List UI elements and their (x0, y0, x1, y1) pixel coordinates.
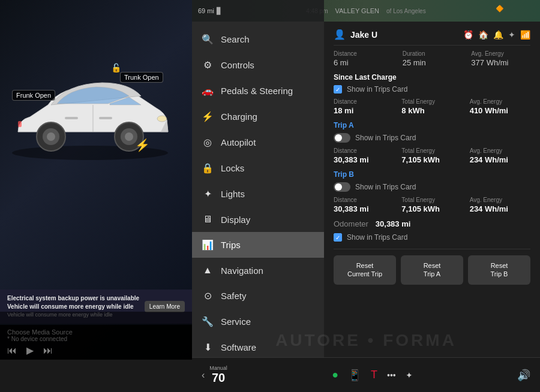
trip-a-toggle[interactable] (334, 133, 350, 143)
sidebar-item-autopilot[interactable]: ◎ Autopilot (192, 129, 324, 155)
spotify-icon[interactable]: ● (332, 369, 338, 381)
sidebar-item-trips[interactable]: 📊 Trips (192, 232, 324, 258)
trip-b-header: Trip B (334, 170, 530, 179)
trip-b-stats: Distance 30,383 mi Total Energy 7,105 kW… (334, 197, 530, 213)
sidebar-item-safety[interactable]: ⊙ Safety (192, 283, 324, 309)
svg-point-10 (157, 116, 167, 122)
tesla-t-icon[interactable]: T (371, 369, 377, 381)
phone-icon[interactable]: 📱 (348, 369, 361, 382)
trip-b-toggle[interactable] (334, 182, 350, 192)
current-energy: Avg. Energy 377 Wh/mi (471, 50, 530, 67)
charging-icon: ⚡ (135, 138, 150, 152)
bluetooth-taskbar-icon[interactable]: ✦ (406, 370, 413, 380)
media-bar: Choose Media Source * No device connecte… (0, 325, 192, 360)
sidebar-item-service[interactable]: 🔧 Service (192, 309, 324, 334)
action-buttons: ResetCurrent Trip ResetTrip A ResetTrip … (334, 249, 530, 285)
trip-a-header: Trip A (334, 121, 530, 129)
sidebar-item-search[interactable]: 🔍 Search (192, 26, 324, 52)
sidebar-item-controls[interactable]: ⚙ Controls (192, 52, 324, 78)
play-button[interactable]: ▶ (26, 345, 34, 356)
since-total-energy: Total Energy 8 kWh (401, 98, 462, 115)
sidebar-label-locks: Locks (221, 163, 244, 173)
display-icon: 🖥 (202, 214, 214, 225)
current-distance: Distance 6 mi (334, 50, 393, 67)
current-duration-value: 25 min (403, 58, 462, 67)
sidebar-label-lights: Lights (221, 189, 245, 199)
reset-trip-b-button[interactable]: ResetTrip B (468, 255, 530, 285)
trip-b-show-label: Show in Trips Card (355, 183, 416, 191)
main-content: 👤 Jake U ⏰ 🏠 🔔 ✦ 📶 Distance 6 mi Duratio… (324, 22, 540, 392)
search-icon: 🔍 (202, 34, 214, 45)
svg-rect-8 (65, 117, 78, 119)
speed-display: Manual 70 (209, 365, 227, 385)
odometer-label: Odometer (334, 219, 368, 228)
trip-a-show-label: Show in Trips Card (355, 134, 416, 142)
odometer-show-label: Show in Trips Card (347, 233, 407, 242)
user-avatar-icon: 👤 (334, 29, 346, 40)
battery-level: 69 mi (198, 7, 214, 14)
sidebar-item-software[interactable]: ⬇ Software (192, 334, 324, 360)
frunk-label: Frunk Open (12, 90, 55, 101)
more-icon[interactable]: ••• (387, 370, 396, 380)
sidebar-item-pedals[interactable]: 🚗 Pedals & Steering (192, 78, 324, 104)
sidebar-item-lights[interactable]: ✦ Lights (192, 181, 324, 207)
current-duration-label: Duration (403, 50, 462, 57)
locks-icon: 🔒 (202, 162, 214, 174)
since-last-charge-show-label: Show in Trips Card (347, 85, 407, 94)
user-name: Jake U (350, 30, 458, 40)
prev-button[interactable]: ⏮ (7, 345, 17, 356)
trip-a-avg-energy: Avg. Energy 234 Wh/mi (470, 147, 530, 164)
lock-icon: 🔓 (111, 63, 121, 73)
sidebar-label-pedals: Pedals & Steering (221, 86, 293, 96)
sidebar-label-safety: Safety (221, 291, 247, 301)
sidebar-label-navigation: Navigation (221, 266, 263, 276)
taskbar-icons: ● 📱 T ••• ✦ (332, 369, 413, 382)
reset-trip-a-button[interactable]: ResetTrip A (401, 255, 463, 285)
status-bar: 69 mi ▊ (192, 0, 324, 22)
speed-value: 70 (212, 371, 225, 385)
sidebar-item-display[interactable]: 🖥 Display (192, 207, 324, 232)
media-source-label: Choose Media Source * No device connecte… (7, 328, 185, 342)
software-icon: ⬇ (202, 342, 214, 353)
since-last-charge-checkbox[interactable] (334, 85, 342, 94)
odometer-show-trips: Show in Trips Card (334, 233, 530, 242)
charging-menu-icon: ⚡ (202, 111, 214, 122)
taskbar: ‹ Manual 70 ● 📱 T ••• ✦ 🔊 (192, 357, 540, 392)
location-label: VALLEY GLEN (335, 7, 379, 14)
since-last-charge-show-trips: Show in Trips Card (334, 85, 530, 94)
controls-icon: ⚙ (202, 59, 214, 71)
user-status-icons: ⏰ 🏠 🔔 ✦ 📶 (463, 30, 530, 40)
since-last-charge-stats: Distance 18 mi Total Energy 8 kWh Avg. E… (334, 98, 530, 115)
autopilot-icon: ◎ (202, 137, 214, 148)
home-icon: 🏠 (478, 30, 488, 40)
learn-more-button[interactable]: Learn More (145, 301, 185, 312)
trip-b-distance: Distance 30,383 mi (334, 197, 394, 213)
current-energy-label: Avg. Energy (471, 50, 530, 57)
sidebar-item-charging[interactable]: ⚡ Charging (192, 104, 324, 129)
sidebar-label-software: Software (221, 342, 256, 352)
sidebar-label-controls: Controls (221, 60, 254, 70)
sidebar-label-autopilot: Autopilot (221, 137, 256, 147)
svg-rect-9 (99, 117, 112, 119)
svg-point-3 (47, 132, 55, 141)
sidebar-item-locks[interactable]: 🔒 Locks (192, 155, 324, 181)
reset-current-button[interactable]: ResetCurrent Trip (334, 255, 396, 285)
lights-icon: ✦ (202, 188, 214, 200)
sidebar-item-navigation[interactable]: ▲ Navigation (192, 258, 324, 283)
volume-icon[interactable]: 🔊 (517, 369, 530, 382)
odometer-value: 30,383 mi (376, 219, 411, 228)
sidebar-label-display: Display (221, 215, 250, 225)
trip-b-avg-energy: Avg. Energy 234 Wh/mi (470, 197, 530, 213)
next-button[interactable]: ⏭ (43, 345, 53, 356)
svg-point-6 (125, 132, 133, 141)
since-avg-energy: Avg. Energy 410 Wh/mi (470, 98, 530, 115)
warning-text: Electrical system backup power is unavai… (7, 294, 140, 319)
navigation-icon: ▲ (202, 265, 214, 276)
odometer-row: Odometer 30,383 mi (334, 219, 530, 228)
taskbar-right: 🔊 (517, 369, 530, 382)
nav-left-icon[interactable]: ‹ (202, 370, 205, 381)
signal-icon: 📶 (520, 30, 530, 40)
user-header: 👤 Jake U ⏰ 🏠 🔔 ✦ 📶 (334, 29, 530, 46)
trip-a-stats: Distance 30,383 mi Total Energy 7,105 kW… (334, 147, 530, 164)
odometer-checkbox[interactable] (334, 233, 342, 242)
